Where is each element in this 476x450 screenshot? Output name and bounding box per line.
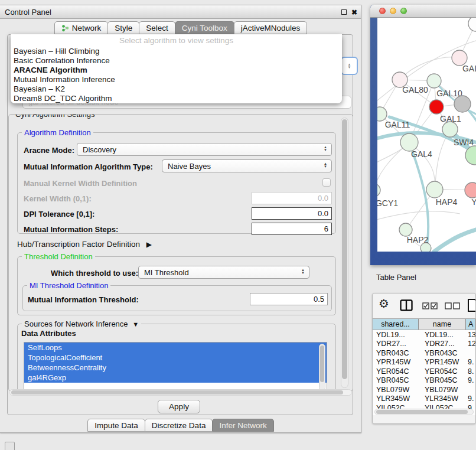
scrollbar-thumb[interactable] <box>376 410 468 414</box>
algorithm-option-basic-correlation-inference[interactable]: Basic Correlation Inference <box>11 56 342 66</box>
network-canvas[interactable]: GALGAL80GAL10GAL1GAL11SWI4GAL4GCY1HAP4YH… <box>377 18 476 252</box>
threshold-definition-group: Threshold Definition Which threshold to … <box>17 256 336 315</box>
scrollbar-thumb[interactable] <box>342 119 347 379</box>
network-view-window[interactable]: GALGAL80GAL10GAL1GAL11SWI4GAL4GCY1HAP4YH… <box>370 5 476 265</box>
list-vertical-scrollbar[interactable] <box>319 344 325 391</box>
tab-network[interactable]: Network <box>54 21 109 34</box>
bottom-tab-impute-data[interactable]: Impute Data <box>87 419 145 432</box>
node-label: GAL11 <box>385 120 410 129</box>
network-node-gal10[interactable] <box>427 74 441 88</box>
table-panel-title: Table Panel <box>376 273 416 282</box>
gear-icon[interactable]: ⚙ <box>379 298 389 309</box>
minimize-traffic-light-icon[interactable] <box>390 8 396 14</box>
attribute-item-gal4rgexp[interactable]: gal4RGexp <box>24 373 327 383</box>
algorithm-option-bayesian-k2[interactable]: Bayesian – K2 <box>11 84 342 94</box>
which-threshold-combo[interactable]: MI Threshold ▲▼ <box>138 266 309 279</box>
network-node[interactable] <box>420 243 431 252</box>
table-row[interactable]: YDR27...YDR27...12 <box>373 340 475 349</box>
network-node-gal1[interactable] <box>429 100 444 114</box>
mi-steps-label: Mutual Information Steps: <box>24 225 118 234</box>
data-attributes-label: Data Attributes <box>21 329 76 338</box>
mi-type-value: Naive Bayes <box>168 162 211 171</box>
network-node[interactable] <box>454 96 471 112</box>
bottom-tab-discretize-data[interactable]: Discretize Data <box>145 419 213 432</box>
table-cell: YER054C <box>373 367 419 376</box>
table-cell: YDL19... <box>419 331 466 339</box>
data-attributes-list[interactable]: SelfLoopsTopologicalCoefficientBetweenne… <box>24 342 327 392</box>
apply-button[interactable]: Apply <box>158 400 200 413</box>
combo-arrows-icon: ▲▼ <box>324 146 327 151</box>
table-row[interactable]: YLR345WYLR345W9. <box>373 394 475 404</box>
settings-horizontal-scrollbar[interactable] <box>9 389 352 396</box>
algorithm-option-aracne-algorithm[interactable]: ARACNE Algorithm <box>11 66 342 75</box>
table-row[interactable]: YBR045CYBR045C9. <box>373 376 475 386</box>
table-cell: YLR345W <box>373 394 419 403</box>
settings-vertical-scrollbar[interactable] <box>341 118 348 388</box>
float-window-icon[interactable] <box>341 9 347 15</box>
table-cell: YBL079W <box>419 386 466 394</box>
tab-cyni-toolbox[interactable]: Cyni Toolbox <box>175 21 234 34</box>
attribute-item-betweennesscentrality[interactable]: BetweennessCentrality <box>24 363 327 373</box>
scrollbar-thumb[interactable] <box>320 345 324 382</box>
which-threshold-value: MI Threshold <box>144 268 189 277</box>
new-column-icon[interactable] <box>467 298 476 312</box>
aracne-mode-combo[interactable]: Discovery ▲▼ <box>77 143 332 156</box>
sources-title[interactable]: Sources for Network Inference ▼ <box>22 319 141 328</box>
algorithm-option-mutual-information-inference[interactable]: Mutual Information Inference <box>11 75 342 84</box>
mi-steps-value: 6 <box>324 224 328 233</box>
table-row[interactable]: YER054CYER054C8. <box>373 367 475 376</box>
network-node-y[interactable] <box>465 182 476 198</box>
dpi-tolerance-field[interactable]: 0.0 <box>252 207 332 220</box>
scrollbar-thumb[interactable] <box>11 390 343 394</box>
algorithm-definition-title: Algorithm Definition <box>22 128 93 137</box>
mi-type-combo[interactable]: Naive Bayes ▲▼ <box>162 159 332 172</box>
network-node-hap4[interactable] <box>426 181 443 198</box>
column-header-partial[interactable]: A <box>466 319 475 330</box>
network-node[interactable] <box>468 18 476 31</box>
table-horizontal-scrollbar[interactable] <box>374 409 474 415</box>
table-cell: YDL19... <box>373 331 419 339</box>
split-columns-icon[interactable] <box>400 299 413 311</box>
expand-right-icon[interactable]: ▶ <box>146 240 152 249</box>
manual-kernel-label: Manual Kernel Width Definition <box>24 179 137 188</box>
table-row[interactable]: YDL19...YDL19...13 <box>373 330 475 340</box>
network-node-gcy1[interactable] <box>377 184 380 197</box>
network-node-hap2[interactable] <box>399 223 412 236</box>
column-header-name[interactable]: name <box>419 319 466 330</box>
table-row[interactable]: YPR145WYPR145W9. <box>373 358 475 367</box>
manual-kernel-checkbox[interactable] <box>322 178 331 187</box>
zoom-traffic-light-icon[interactable] <box>400 8 407 14</box>
tab-select[interactable]: Select <box>139 21 175 34</box>
table-body[interactable]: YDL19...YDL19...13YDR27...YDR27...12YBR0… <box>373 330 475 415</box>
tab-style[interactable]: Style <box>107 21 139 34</box>
collapse-down-icon[interactable]: ▼ <box>132 321 139 328</box>
column-header-shared[interactable]: shared... <box>373 319 419 330</box>
table-cell: 9. <box>466 358 475 366</box>
deselect-all-checkboxes-icon[interactable] <box>445 302 461 309</box>
kernel-width-field[interactable]: 0.0 <box>252 192 332 204</box>
network-node[interactable] <box>442 122 458 137</box>
network-node-gal4[interactable] <box>400 133 418 151</box>
table-row[interactable]: YBL079WYBL079W <box>373 385 475 394</box>
algorithm-option-bayesian-hill-climbing[interactable]: Bayesian – Hill Climbing <box>11 47 342 56</box>
attribute-item-topologicalcoefficient[interactable]: TopologicalCoefficient <box>24 353 327 363</box>
table-row[interactable]: YBR043CYBR043C <box>373 348 475 358</box>
hub-section-label[interactable]: Hub/Transcription Factor Definition ▶ <box>17 240 152 249</box>
mi-steps-field[interactable]: 6 <box>252 223 332 235</box>
bottom-tab-infer-network[interactable]: Infer Network <box>212 419 273 432</box>
table-panel-window: ⚙ shared... name A YDL19...YDL19...13YDR… <box>372 293 476 424</box>
mi-threshold-field[interactable]: 0.5 <box>250 293 328 305</box>
tab-label: Infer Network <box>219 421 266 430</box>
combo-spinner-fragment[interactable]: ▲▼ <box>341 57 358 75</box>
select-all-checkboxes-icon[interactable] <box>422 302 438 309</box>
close-icon[interactable]: ✖ <box>351 9 357 16</box>
close-traffic-light-icon[interactable] <box>379 8 386 14</box>
tab-jactivemnodules[interactable]: jActiveMNodules <box>234 21 308 34</box>
network-window-titlebar <box>370 5 476 18</box>
minimized-panel-button[interactable] <box>5 442 15 450</box>
algorithm-option-dream8-dc-tdc-algorithm[interactable]: Dream8 DC_TDC Algorithm <box>11 94 342 103</box>
combo-arrows-icon: ▲▼ <box>324 162 327 168</box>
table-cell: YDR27... <box>373 340 419 348</box>
attribute-item-selfloops[interactable]: SelfLoops <box>24 343 327 353</box>
table-cell: YBR043C <box>419 349 466 357</box>
